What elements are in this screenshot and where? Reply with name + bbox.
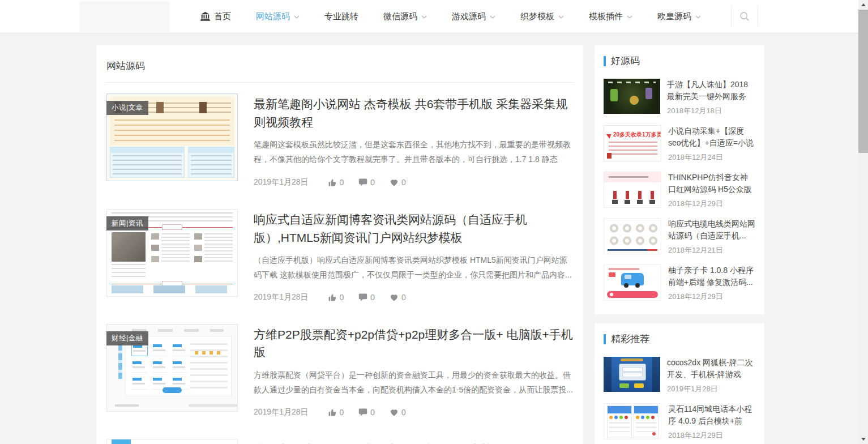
nav-label: 欧皇源码 bbox=[657, 11, 691, 22]
article-title[interactable]: 方维P2P股票配资+p2p借贷+p2p理财多合一版+ 电脑版+手机版 bbox=[254, 326, 573, 361]
heart-icon bbox=[390, 293, 399, 302]
comment-counter[interactable]: 0 bbox=[358, 178, 375, 187]
sidebar: 好源码 手游【凡人诛仙】2018最新完美一键外网服务端... 2018年12月1… bbox=[595, 45, 764, 444]
scrollbar-thumb[interactable] bbox=[858, 10, 868, 153]
sidebar-list-item[interactable]: 20多天收录1万多页 小说自动采集+【深度seo优化】+自适应=小说网... 2… bbox=[604, 121, 755, 167]
site-logo[interactable] bbox=[79, 1, 170, 32]
sidebar-item-date: 2018年12月21日 bbox=[668, 245, 755, 255]
thumb-decor bbox=[621, 273, 644, 285]
chevron-down-icon bbox=[558, 15, 564, 19]
thumb-decor bbox=[162, 224, 182, 230]
article-meta: 2019年1月28日 0 0 0 bbox=[254, 177, 573, 187]
sidebar-item-date: 2018年12月29日 bbox=[668, 292, 755, 302]
thumb-decor bbox=[118, 344, 122, 379]
article-content: 最新笔趣阁小说网站 杰奇模板 共6套带手机版 采集器采集规则视频教程 笔趣阁这套… bbox=[254, 93, 573, 187]
sidebar-section-header: 好源码 bbox=[604, 52, 755, 74]
sidebar-section-title: 好源码 bbox=[611, 54, 640, 67]
sidebar-item-info: 小说自动采集+【深度seo优化】+自适应=小说网... 2018年12月24日 bbox=[668, 125, 755, 163]
article-thumbnail[interactable]: 其它源码 bbox=[106, 439, 238, 444]
thumb-decor-cables bbox=[604, 218, 661, 254]
thumb-decor bbox=[606, 132, 613, 139]
nav-item-jump[interactable]: 专业跳转 bbox=[312, 11, 371, 22]
search-button[interactable] bbox=[731, 6, 758, 27]
nav-item-game-source[interactable]: 游戏源码 bbox=[439, 11, 508, 22]
sidebar-card-recommended: 精彩推荐 cocos2dx 网狐棋-牌二次开发、手机棋-牌游戏《... 2019… bbox=[595, 323, 764, 444]
scrollbar-down-button[interactable] bbox=[858, 434, 868, 444]
category-badge: 小说|文章 bbox=[106, 101, 148, 115]
sidebar-item-info: 响应式电缆电线类网站网站源码（自适应手机... 2018年12月21日 bbox=[668, 218, 755, 255]
heart-icon bbox=[390, 408, 399, 417]
thumb-decor bbox=[188, 147, 234, 178]
nav-item-wechat-source[interactable]: 微信源码 bbox=[371, 11, 439, 22]
thumb-decor bbox=[608, 82, 656, 83]
chevron-down-icon bbox=[490, 15, 495, 19]
sidebar-item-date: 2018年12月29日 bbox=[668, 430, 755, 441]
article-date: 2019年1月28日 bbox=[254, 292, 309, 302]
nav-label: 模板插件 bbox=[589, 11, 623, 22]
thumb-decor bbox=[613, 191, 617, 199]
heart-count: 0 bbox=[401, 178, 406, 187]
sidebar-item-info: THINKPHP仿抖音女神口红网站源码 H5公众版(... 2018年12月29… bbox=[668, 172, 755, 209]
nav-item-dedecms-template[interactable]: 织梦模板 bbox=[508, 11, 576, 22]
sidebar-list-item[interactable]: 灵石114同城电话本小程序 4.0.9 后台模块+前端... 2018年12月2… bbox=[604, 399, 755, 444]
thumbs-up-icon bbox=[328, 408, 337, 417]
article-thumbnail[interactable]: 新闻|资讯 bbox=[106, 209, 238, 297]
article-meta: 2019年1月28日 0 0 0 bbox=[254, 407, 573, 417]
thumb-decor bbox=[638, 191, 642, 199]
thumb-decor bbox=[608, 222, 657, 247]
thumb-decor bbox=[114, 119, 230, 142]
thumb-decor bbox=[162, 281, 182, 287]
vertical-scrollbar[interactable] bbox=[858, 0, 868, 444]
chevron-down-icon bbox=[627, 15, 632, 19]
comment-counter[interactable]: 0 bbox=[358, 408, 375, 417]
heart-counter[interactable]: 0 bbox=[390, 293, 406, 302]
search-icon bbox=[739, 11, 750, 22]
heart-icon bbox=[390, 178, 399, 187]
article-row: 其它源码 蓝色大气站长目录导航网站源码 帝国cms内核 蓝色大气站长目录导航网站… bbox=[105, 428, 574, 444]
sidebar-item-date: 2018年12月29日 bbox=[668, 199, 755, 209]
nav-item-ouhuang-source[interactable]: 欧皇源码 bbox=[645, 11, 713, 22]
scrollbar-up-button[interactable] bbox=[858, 0, 868, 10]
thumb-decor bbox=[112, 285, 143, 293]
nav-item-website-source[interactable]: 网站源码 bbox=[243, 11, 312, 22]
heart-counter[interactable]: 0 bbox=[390, 178, 406, 187]
thumb-decor bbox=[609, 142, 657, 155]
like-counter[interactable]: 0 bbox=[328, 408, 344, 417]
like-counter[interactable]: 0 bbox=[328, 293, 344, 302]
sidebar-item-title: 手游【凡人诛仙】2018最新完美一键外网服务端... bbox=[667, 79, 755, 103]
sidebar-card-good-source: 好源码 手游【凡人诛仙】2018最新完美一键外网服务端... 2018年12月1… bbox=[595, 45, 764, 314]
sidebar-list-item[interactable]: 手游【凡人诛仙】2018最新完美一键外网服务端... 2018年12月18日 bbox=[604, 74, 755, 121]
like-counter[interactable]: 0 bbox=[328, 178, 344, 187]
thumb-decor bbox=[131, 343, 188, 390]
thumb-decor bbox=[195, 351, 224, 355]
article-title[interactable]: 最新笔趣阁小说网站 杰奇模板 共6套带手机版 采集器采集规则视频教程 bbox=[254, 95, 573, 131]
sidebar-list-item[interactable]: 响应式电缆电线类网站网站源码（自适应手机... 2018年12月21日 bbox=[604, 214, 755, 260]
article-content: 蓝色大气站长目录导航网站源码 帝国cms内核 蓝色大气站长目录导航网站帝国cms… bbox=[254, 439, 573, 444]
sidebar-list-item[interactable]: THINKPHP仿抖音女神口红网站源码 H5公众版(... 2018年12月29… bbox=[604, 167, 755, 214]
article-title[interactable]: 蓝色大气站长目录导航网站源码 帝国cms内核 bbox=[254, 441, 573, 444]
nav-label: 专业跳转 bbox=[324, 11, 358, 22]
heart-counter[interactable]: 0 bbox=[390, 408, 406, 417]
thumb-decor bbox=[115, 404, 139, 407]
nav-label: 织梦模板 bbox=[520, 11, 554, 22]
triangle-up-icon bbox=[861, 3, 866, 6]
heart-count: 0 bbox=[401, 293, 406, 302]
article-title[interactable]: 响应式自适应新闻博客资讯类网站源码（自适应手机版）,HTML5新闻资讯门户网站织… bbox=[254, 211, 573, 246]
comment-counter[interactable]: 0 bbox=[358, 293, 375, 302]
thumb-decor bbox=[621, 358, 643, 361]
sidebar-item-title: cocos2dx 网狐棋-牌二次开发、手机棋-牌游戏《... bbox=[667, 357, 755, 381]
article-excerpt: 笔趣阁这套模板虽然比较泛滥，但是这套东西很全，其他地方找不到，最重要的是带视频教… bbox=[254, 138, 573, 168]
thumb-decor bbox=[619, 364, 646, 381]
nav-item-home[interactable]: 首页 bbox=[188, 11, 243, 22]
sidebar-list-item[interactable]: 柚子亲子卡 1.0.8 小程序前端+后端 修复激活码... 2018年12月29… bbox=[604, 260, 755, 306]
sidebar-list-item[interactable]: cocos2dx 网狐棋-牌二次开发、手机棋-牌游戏《... 2019年1月28… bbox=[604, 352, 755, 399]
nav-item-template-plugin[interactable]: 模板插件 bbox=[576, 11, 645, 22]
thumb-decor bbox=[609, 272, 615, 277]
nav-label: 首页 bbox=[214, 11, 231, 22]
thumb-decor-game bbox=[604, 79, 660, 114]
article-thumbnail[interactable]: 财经|金融 bbox=[106, 324, 238, 412]
comment-count: 0 bbox=[370, 408, 375, 417]
accent-bar bbox=[604, 334, 606, 344]
main-nav: 首页 网站源码 专业跳转 微信源码 游戏源码 织梦模板 模板插件 欧皇源码 bbox=[188, 11, 713, 22]
article-thumbnail[interactable]: 小说|文章 bbox=[106, 93, 238, 181]
